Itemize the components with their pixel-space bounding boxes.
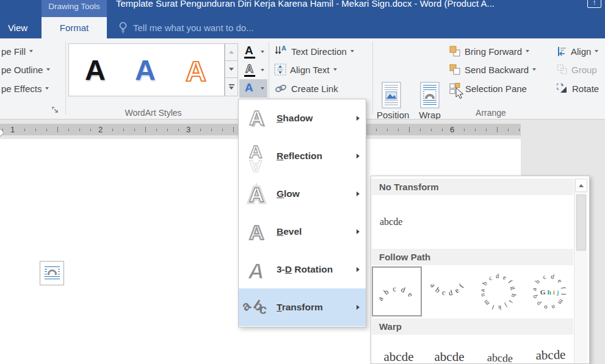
word-window: Drawing Tools Template Surat Pengunduran… — [0, 0, 605, 364]
reflection-effect-icon: A A — [239, 140, 277, 173]
align-text-icon — [274, 63, 286, 76]
tab-view[interactable]: View — [0, 17, 35, 38]
group-separator — [65, 41, 66, 115]
gallery-more-button[interactable] — [225, 77, 238, 96]
thumbnail-warp-3[interactable]: abcde — [480, 351, 521, 364]
warp-row: abcde abcde abcde abcde — [372, 335, 573, 364]
contextual-tab-label: Drawing Tools — [48, 2, 100, 11]
menu-item-reflection[interactable]: A A Reflection — [239, 137, 366, 175]
thumbnail-warp-2[interactable]: abcde — [429, 349, 469, 364]
no-transform-thumbnail[interactable]: abcde — [380, 216, 402, 227]
text-direction-button[interactable]: A Text Direction — [274, 45, 354, 58]
indent-marker[interactable] — [0, 128, 4, 138]
chevron-down-icon — [29, 50, 33, 52]
scroll-up-button[interactable] — [575, 179, 587, 192]
submenu-arrow-icon — [357, 229, 360, 234]
chevron-down-icon — [526, 50, 529, 52]
gallery-scroll-down-button[interactable] — [225, 60, 238, 78]
more-bar-icon — [229, 84, 234, 85]
wordart-style-fill-blue[interactable]: A — [127, 44, 164, 96]
thumbnail-circle[interactable]: abcdefghijklmn — [473, 266, 523, 316]
group-separator — [372, 41, 373, 115]
wordart-styles-gallery[interactable]: A A A — [68, 43, 225, 96]
menu-item-transform[interactable]: abc Transform — [239, 288, 366, 326]
menu-item-bevel[interactable]: A Bevel — [239, 213, 366, 251]
align-text-button[interactable]: Align Text — [274, 63, 337, 76]
svg-text:A: A — [186, 55, 206, 87]
bring-forward-label: Bring Forward — [465, 46, 522, 57]
text-effects-button[interactable]: A — [239, 79, 267, 98]
rotate-button[interactable]: Rotate — [557, 82, 599, 95]
dialog-launcher-icon[interactable] — [52, 107, 59, 114]
ruler-number: 1 — [8, 124, 17, 135]
align-text-label: Align Text — [290, 65, 330, 75]
tell-me-placeholder: Tell me what you want to do... — [133, 23, 254, 33]
align-button[interactable]: Align — [557, 45, 598, 58]
shape-outline-button[interactable]: pe Outline — [1, 63, 50, 76]
svg-text:A: A — [245, 63, 253, 75]
transform-effect-icon: abc — [239, 294, 277, 321]
text-fill-a-icon: A — [245, 44, 253, 57]
wrap-arch-icon — [48, 269, 57, 275]
lightbulb-icon — [118, 21, 128, 34]
submenu-arrow-icon — [357, 305, 360, 310]
document-title: Template Surat Pengunduran Diri Kerja Ka… — [116, 0, 495, 9]
wordart-orange-a-icon: A — [181, 44, 211, 96]
transform-gallery: No Transform abcde Follow Path abcdefg a… — [371, 176, 590, 364]
svg-text:A: A — [247, 259, 267, 284]
shape-fill-button[interactable]: pe Fill — [1, 45, 33, 58]
position-icon — [382, 82, 401, 109]
ribbon-display-options-icon[interactable]: ↑ — [587, 0, 601, 8]
shadow-effect-icon: A A — [239, 103, 277, 134]
svg-text:A: A — [249, 221, 264, 244]
menu-item-glow[interactable]: A A Glow — [239, 175, 366, 213]
ribbon-tab-row: View Format Tell me what you want to do.… — [0, 17, 605, 38]
svg-text:A: A — [249, 157, 263, 173]
bring-forward-button[interactable]: Bring Forward — [449, 45, 529, 58]
shape-effects-button[interactable]: pe Effects — [1, 82, 49, 95]
scrollbar-thumb[interactable] — [576, 194, 586, 251]
wordart-style-outline-orange[interactable]: A — [178, 44, 214, 96]
shape-fill-label: pe Fill — [1, 46, 26, 57]
bevel-effect-icon: A — [239, 216, 277, 247]
rotate-icon — [557, 84, 568, 94]
text-fill-button[interactable]: A — [239, 43, 267, 61]
svg-text:A: A — [249, 183, 264, 206]
text-direction-icon: A — [274, 45, 288, 57]
chevron-down-icon — [261, 87, 264, 90]
svg-text:abc: abc — [243, 297, 268, 317]
tab-format[interactable]: Format — [42, 17, 107, 38]
gallery-vertical-scrollbar[interactable] — [574, 179, 587, 363]
ruler-number: 3 — [184, 124, 193, 135]
arrange-group-label: Arrange — [377, 108, 605, 118]
section-header-warp: Warp — [372, 318, 573, 335]
chevron-down-icon — [333, 68, 337, 71]
wordart-style-fill-black[interactable]: A — [77, 44, 114, 96]
send-backward-button[interactable]: Send Backward — [449, 63, 536, 76]
ruler-number: 2 — [96, 124, 105, 135]
thumbnail-arch-up[interactable]: abcdefg — [372, 266, 422, 316]
text-outline-button[interactable]: A — [239, 61, 267, 79]
svg-text:A: A — [281, 45, 286, 52]
thumbnail-warp-1[interactable]: abcde — [379, 349, 419, 364]
menu-item-shadow[interactable]: A A Shadow — [239, 99, 366, 137]
submenu-arrow-icon — [357, 154, 360, 159]
bring-forward-icon — [449, 46, 461, 57]
thumbnail-button[interactable]: abcdef G h i j lmnopq — [524, 266, 574, 316]
text-effects-menu: A A Shadow A A Reflection — [238, 99, 366, 327]
menu-item-3d-rotation[interactable]: A 3-D Rotation — [239, 251, 366, 288]
svg-text:abcdefghijklmn: abcdefghijklmn — [479, 273, 517, 312]
text-direction-label: Text Direction — [291, 46, 347, 57]
gallery-scroll-up-button[interactable] — [225, 43, 238, 61]
chevron-down-icon — [46, 68, 50, 71]
layout-options-button[interactable] — [40, 261, 64, 285]
group-icon — [557, 64, 568, 75]
svg-text:lmnopq: lmnopq — [531, 293, 567, 312]
svg-text:abcdefg: abcdefg — [374, 269, 415, 302]
send-backward-label: Send Backward — [465, 65, 529, 75]
thumbnail-arch-down[interactable]: abcdefg — [422, 266, 473, 316]
tell-me-box[interactable]: Tell me what you want to do... — [118, 17, 254, 38]
thumbnail-warp-4[interactable]: abcde — [531, 347, 571, 363]
create-link-button[interactable]: Create Link — [274, 82, 338, 95]
ruler-number: 6 — [447, 124, 457, 135]
